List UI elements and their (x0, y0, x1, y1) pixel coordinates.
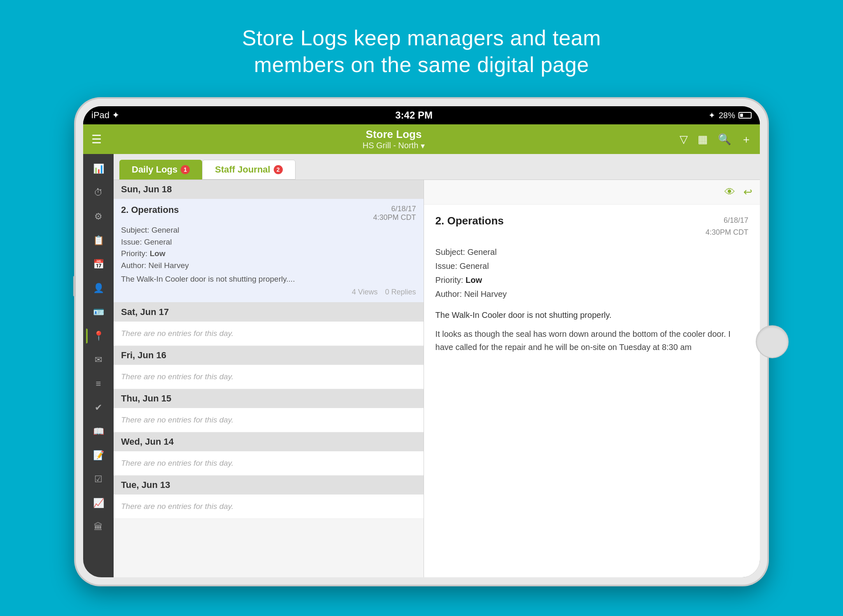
clock-icon[interactable]: ⏱ (86, 182, 111, 203)
views-count: 4 Views (352, 288, 378, 296)
status-right: ✦ 28% (708, 110, 752, 120)
empty-day-text: There are no entries for this day. (121, 502, 233, 511)
tabs-bar: Daily Logs 1 Staff Journal 2 (114, 154, 760, 180)
mail-icon[interactable]: ✉ (86, 349, 111, 371)
sidebar: 📊⏱⚙📋📅👤🪪📍✉≡✔📖📝☑📈🏛 (83, 154, 114, 577)
app-content: ☰ Store Logs HS Grill - North ▾ ▽ ▦ 🔍 ＋ (83, 124, 760, 577)
day-header: Sat, Jun 17 (114, 303, 424, 322)
empty-day-text: There are no entries for this day. (121, 372, 233, 381)
calendar-list-icon[interactable]: 📋 (86, 230, 111, 251)
detail-header: 2. Operations 6/18/17 4:30PM CDT (435, 215, 748, 238)
add-icon[interactable]: ＋ (741, 132, 752, 147)
tab-daily-logs[interactable]: Daily Logs 1 (119, 160, 202, 180)
day-header: Sun, Jun 18 (114, 180, 424, 199)
tab-daily-logs-badge: 1 (181, 165, 190, 174)
empty-day-text: There are no entries for this day. (121, 415, 233, 424)
person-circle-icon[interactable]: 👤 (86, 278, 111, 299)
replies-count: 0 Replies (385, 288, 416, 296)
day-empty: There are no entries for this day. (114, 365, 424, 389)
detail-body: The Walk-In Cooler door is not shutting … (435, 308, 748, 322)
main-layout: 📊⏱⚙📋📅👤🪪📍✉≡✔📖📝☑📈🏛 Daily Logs 1 Staff Jour… (83, 154, 760, 577)
empty-day-text: There are no entries for this day. (121, 329, 233, 338)
list-pane: Sun, Jun 18 2. Operations 6/18/174:30PM … (114, 180, 424, 577)
ipad-frame: iPad ✦ 3:42 PM ✦ 28% ☰ Store Logs HS Gri… (76, 99, 767, 585)
detail-priority-value: Low (466, 275, 482, 285)
tab-staff-journal[interactable]: Staff Journal 2 (202, 160, 295, 180)
list-icon[interactable]: ≡ (86, 373, 111, 394)
battery-percent: 28% (719, 111, 735, 120)
search-icon[interactable]: 🔍 (718, 133, 731, 146)
reply-icon[interactable]: ↩ (743, 186, 752, 198)
day-empty: There are no entries for this day. (114, 322, 424, 346)
status-left: iPad ✦ (91, 110, 119, 121)
empty-day-text: There are no entries for this day. (121, 459, 233, 467)
id-card-icon[interactable]: 🪪 (86, 301, 111, 323)
filter-icon[interactable]: ▽ (680, 133, 688, 146)
toolbar: ☰ Store Logs HS Grill - North ▾ ▽ ▦ 🔍 ＋ (83, 124, 760, 154)
settings-icon[interactable]: ⚙ (86, 206, 111, 227)
tab-daily-logs-label: Daily Logs (132, 164, 177, 175)
day-header: Fri, Jun 16 (114, 346, 424, 365)
detail-content: 2. Operations 6/18/17 4:30PM CDT Subject… (424, 205, 760, 577)
entry-meta: Subject: General Issue: General Priority… (121, 224, 416, 271)
detail-toolbar: 👁 ↩ (424, 180, 760, 205)
toolbar-actions: ▽ ▦ 🔍 ＋ (680, 132, 752, 147)
entry-preview: The Walk-In Cooler door is not shutting … (121, 275, 416, 284)
entry-footer: 4 Views 0 Replies (121, 288, 416, 296)
bluetooth-icon: ✦ (708, 110, 715, 120)
entry-title: 2. Operations (121, 205, 179, 215)
status-time: 3:42 PM (395, 110, 433, 121)
battery-icon (738, 112, 752, 119)
toolbar-title: Store Logs (108, 128, 680, 141)
bar-chart-icon[interactable]: 📊 (86, 158, 111, 180)
toolbar-subtitle: HS Grill - North ▾ (108, 141, 680, 151)
check-square-icon[interactable]: ☑ (86, 469, 111, 490)
detail-date: 6/18/17 4:30PM CDT (706, 215, 748, 238)
detail-meta: Subject: General Issue: General Priority… (435, 245, 748, 301)
toolbar-center: Store Logs HS Grill - North ▾ (108, 128, 680, 151)
book-icon[interactable]: 📖 (86, 421, 111, 442)
check-circle-icon[interactable]: ✔ (86, 397, 111, 418)
day-header: Wed, Jun 14 (114, 432, 424, 451)
home-button[interactable] (756, 325, 789, 358)
page-headline: Store Logs keep managers and team member… (242, 25, 601, 78)
ipad-side-button (73, 276, 76, 296)
tab-staff-journal-label: Staff Journal (215, 164, 270, 175)
split-pane: Sun, Jun 18 2. Operations 6/18/174:30PM … (114, 180, 760, 577)
ipad-label: iPad ✦ (91, 110, 119, 121)
content-area: Daily Logs 1 Staff Journal 2 Sun, Jun 18 (114, 154, 760, 577)
status-bar: iPad ✦ 3:42 PM ✦ 28% (83, 106, 760, 124)
detail-body-extended: It looks as though the seal has worn dow… (435, 327, 748, 354)
building-icon[interactable]: 🏛 (86, 516, 111, 538)
day-header: Thu, Jun 15 (114, 389, 424, 408)
pin-icon[interactable]: 📍 (86, 325, 111, 347)
trend-icon[interactable]: 📈 (86, 492, 111, 514)
day-empty: There are no entries for this day. (114, 408, 424, 432)
log-entry[interactable]: 2. Operations 6/18/174:30PM CDT Subject:… (114, 199, 424, 303)
task-list-icon[interactable]: 📝 (86, 445, 111, 466)
eye-icon[interactable]: 👁 (724, 186, 735, 198)
day-header: Tue, Jun 13 (114, 476, 424, 495)
tab-staff-journal-badge: 2 (274, 165, 283, 174)
view-toggle-icon[interactable]: ▦ (698, 133, 708, 146)
detail-pane: 👁 ↩ 2. Operations 6/18/17 4:30PM CDT (424, 180, 760, 577)
menu-icon[interactable]: ☰ (91, 133, 108, 146)
day-empty: There are no entries for this day. (114, 451, 424, 476)
chevron-down-icon: ▾ (421, 141, 425, 151)
entry-date: 6/18/174:30PM CDT (373, 205, 416, 222)
calendar-icon[interactable]: 📅 (86, 254, 111, 275)
day-empty: There are no entries for this day. (114, 495, 424, 519)
detail-title: 2. Operations (435, 215, 504, 227)
